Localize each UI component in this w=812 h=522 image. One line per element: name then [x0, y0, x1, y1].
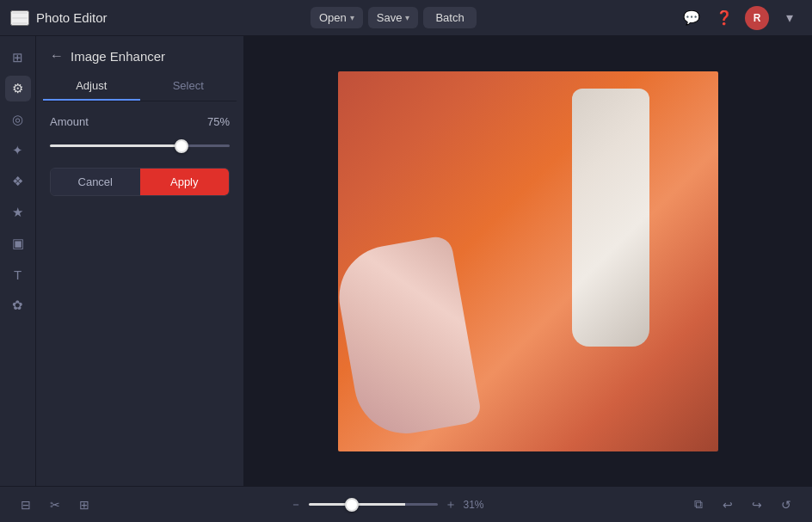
topbar-right: 💬 ❓ R ▾ [680, 6, 802, 30]
undo-button[interactable]: ↩ [716, 493, 740, 517]
amount-row: Amount 75% [50, 115, 230, 128]
snapshot-button[interactable]: ⧉ [686, 493, 710, 517]
save-button[interactable]: Save ▾ [368, 7, 419, 28]
tab-adjust[interactable]: Adjust [43, 72, 140, 101]
redo-button[interactable]: ↪ [745, 493, 769, 517]
tool-more[interactable]: ✿ [5, 292, 31, 318]
crop-icon-button[interactable]: ✂ [43, 493, 67, 517]
canvas-image [338, 71, 718, 451]
open-button[interactable]: Open ▾ [311, 7, 363, 28]
zoom-controls: － ＋ 31% [289, 493, 495, 517]
main-area: ⊞ ⚙ ◎ ✦ ❖ ★ ▣ T ✿ ← Image Enhancer Adjus… [0, 36, 812, 486]
panel-actions: Cancel Apply [50, 168, 230, 196]
tool-frames[interactable]: ▣ [5, 230, 31, 256]
app-title: Photo Editor [36, 10, 108, 25]
bottom-left: ⊟ ✂ ⊞ [14, 493, 96, 517]
tool-layers[interactable]: ⊞ [5, 45, 31, 71]
amount-label: Amount [50, 115, 89, 128]
menu-button[interactable] [10, 10, 29, 26]
tool-adjust[interactable]: ⚙ [5, 76, 31, 101]
bottom-right: ⧉ ↩ ↪ ↺ [686, 493, 798, 517]
avatar[interactable]: R [745, 6, 769, 30]
apply-button[interactable]: Apply [140, 169, 230, 195]
layout-icon-button[interactable]: ⊞ [72, 493, 96, 517]
back-button[interactable]: ← [50, 48, 64, 64]
open-chevron-icon: ▾ [350, 13, 354, 22]
tool-shape[interactable]: ❖ [5, 169, 31, 194]
topbar-left: Photo Editor [10, 10, 108, 26]
tab-select[interactable]: Select [140, 72, 237, 101]
history-button[interactable]: ↺ [774, 493, 798, 517]
tool-text[interactable]: T [5, 261, 31, 287]
topbar: Photo Editor Open ▾ Save ▾ Batch 💬 ❓ R ▾ [0, 0, 812, 36]
topbar-center: Open ▾ Save ▾ Batch [311, 7, 477, 28]
zoom-out-button[interactable]: － [289, 493, 304, 517]
panel-content: Amount 75% Cancel Apply [36, 101, 243, 486]
zoom-percent: 31% [464, 499, 495, 511]
help-icon-button[interactable]: ❓ [712, 6, 736, 30]
amount-slider[interactable] [50, 144, 230, 147]
side-panel: ← Image Enhancer Adjust Select Amount 75… [36, 36, 244, 486]
zoom-in-button[interactable]: ＋ [443, 493, 458, 517]
left-toolbar: ⊞ ⚙ ◎ ✦ ❖ ★ ▣ T ✿ [0, 36, 36, 486]
bottom-bar: ⊟ ✂ ⊞ － ＋ 31% ⧉ ↩ ↪ ↺ [0, 486, 812, 522]
tool-effects[interactable]: ✦ [5, 138, 31, 163]
more-options-button[interactable]: ▾ [778, 6, 802, 30]
panel-header: ← Image Enhancer [36, 36, 243, 72]
tool-view[interactable]: ◎ [5, 107, 31, 132]
canvas-area [244, 36, 812, 486]
slider-container [50, 135, 230, 150]
view-grid-icon-button[interactable]: ⊟ [14, 493, 38, 517]
chat-icon-button[interactable]: 💬 [680, 6, 704, 30]
cancel-button[interactable]: Cancel [51, 169, 140, 195]
batch-button[interactable]: Batch [423, 7, 476, 28]
panel-tabs: Adjust Select [43, 72, 237, 101]
panel-title: Image Enhancer [71, 49, 165, 64]
tool-sticker[interactable]: ★ [5, 200, 31, 225]
save-chevron-icon: ▾ [405, 13, 409, 22]
amount-value: 75% [207, 115, 230, 128]
zoom-slider[interactable] [309, 503, 438, 506]
